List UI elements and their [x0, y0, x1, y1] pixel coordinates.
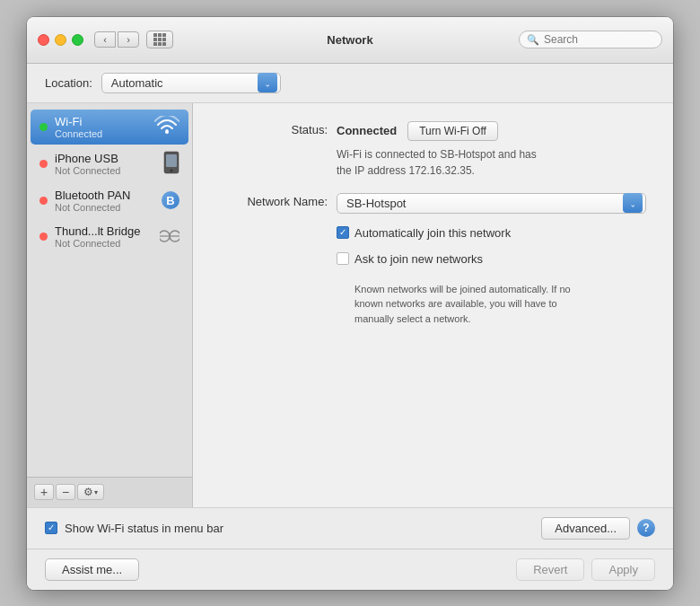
bluetooth-status: Not Connected [55, 202, 154, 213]
wifi-icon [154, 116, 179, 138]
sidebar-item-iphone[interactable]: iPhone USB Not Connected [31, 145, 188, 182]
assist-me-button[interactable]: Assist me... [45, 558, 139, 581]
svg-point-3 [171, 169, 173, 171]
advanced-button[interactable]: Advanced... [541, 517, 630, 540]
thunderbolt-info: Thund...lt Bridge Not Connected [55, 224, 153, 249]
iphone-info: iPhone USB Not Connected [55, 152, 156, 176]
auto-join-label: Automatically join this network [354, 226, 511, 240]
sidebar: Wi-Fi Connected [27, 103, 193, 507]
bottom-left: Show Wi-Fi status in menu bar [45, 522, 223, 535]
iphone-name: iPhone USB [55, 152, 156, 165]
checkboxes-row: Automatically join this network Ask to j… [337, 226, 646, 327]
turn-wifi-off-button[interactable]: Turn Wi-Fi Off [407, 121, 498, 141]
remove-network-button[interactable]: − [56, 484, 75, 500]
search-bar[interactable]: 🔍 [519, 31, 662, 48]
network-name-label: Network Name: [220, 193, 337, 208]
bottom-right: Advanced... ? [541, 517, 655, 540]
status-label: Status: [220, 121, 337, 136]
gear-icon: ⚙ [83, 486, 93, 498]
network-name-row: Network Name: SB-Hotspot Other... [220, 193, 646, 214]
network-name-select-wrapper: SB-Hotspot Other... [337, 193, 646, 214]
status-section: Connected Turn Wi-Fi Off [337, 121, 498, 141]
sidebar-item-thunderbolt[interactable]: Thund...lt Bridge Not Connected [31, 219, 188, 254]
search-icon: 🔍 [527, 34, 539, 46]
ask-join-row: Ask to join new networks [337, 252, 483, 266]
titlebar: ‹ › Network 🔍 [27, 17, 673, 64]
apply-button[interactable]: Apply [591, 558, 655, 581]
action-bar: Assist me... Revert Apply [27, 549, 673, 590]
location-bar: Location: Automatic Home Work Custom [27, 64, 673, 103]
sidebar-item-bluetooth[interactable]: Bluetooth PAN Not Connected B [31, 183, 188, 218]
wifi-name: Wi-Fi [55, 115, 147, 128]
status-value: Connected [337, 124, 397, 137]
bluetooth-info: Bluetooth PAN Not Connected [55, 189, 154, 213]
grid-icon [153, 33, 166, 46]
help-button[interactable]: ? [637, 519, 655, 537]
bluetooth-icon: B [162, 191, 179, 209]
checkbox-hint: Known networks will be joined automatica… [354, 282, 588, 327]
close-button[interactable] [38, 34, 49, 46]
iphone-status-dot [39, 160, 48, 168]
sidebar-toolbar: + − ⚙ ▾ [27, 477, 192, 507]
ask-join-checkbox[interactable] [337, 252, 349, 265]
phone-icon [163, 151, 179, 177]
description-row: Wi-Fi is connected to SB-Hotspot and has… [337, 146, 646, 179]
sidebar-item-wifi[interactable]: Wi-Fi Connected [31, 110, 188, 145]
wifi-info: Wi-Fi Connected [55, 115, 147, 139]
traffic-lights [38, 34, 83, 46]
gear-dropdown-arrow: ▾ [94, 488, 98, 496]
forward-button[interactable]: › [118, 31, 139, 48]
bluetooth-name: Bluetooth PAN [55, 189, 154, 202]
minimize-button[interactable] [55, 34, 66, 46]
back-button[interactable]: ‹ [94, 31, 116, 48]
iphone-status: Not Connected [55, 165, 156, 176]
location-label: Location: [45, 76, 92, 90]
network-name-select[interactable]: SB-Hotspot Other... [337, 193, 646, 214]
network-settings-button[interactable]: ⚙ ▾ [77, 484, 104, 500]
search-input[interactable] [544, 33, 654, 46]
wifi-status: Connected [55, 128, 147, 139]
auto-join-checkbox[interactable] [337, 226, 349, 239]
thunderbolt-status-dot [39, 233, 48, 241]
show-wifi-label: Show Wi-Fi status in menu bar [65, 522, 223, 535]
status-description: Wi-Fi is connected to SB-Hotspot and has… [337, 146, 552, 179]
svg-point-0 [165, 130, 169, 134]
grid-button[interactable] [146, 31, 173, 48]
status-row: Status: Connected Turn Wi-Fi Off [220, 121, 646, 141]
bt-icon-shape: B [162, 191, 179, 209]
revert-button[interactable]: Revert [516, 558, 584, 581]
location-select[interactable]: Automatic Home Work Custom [101, 73, 281, 93]
thunderbolt-status: Not Connected [55, 238, 153, 249]
add-network-button[interactable]: + [34, 484, 54, 500]
network-list: Wi-Fi Connected [27, 103, 192, 477]
bluetooth-status-dot [39, 197, 48, 205]
auto-join-row: Automatically join this network [337, 226, 511, 240]
svg-rect-2 [166, 154, 177, 167]
window-title: Network [327, 33, 372, 47]
location-select-wrapper: Automatic Home Work Custom [101, 73, 281, 93]
main-content: Wi-Fi Connected [27, 103, 673, 507]
detail-panel: Status: Connected Turn Wi-Fi Off Wi-Fi i… [193, 103, 673, 507]
show-wifi-checkbox[interactable] [45, 522, 57, 534]
network-window: ‹ › Network 🔍 Location: Automatic Home W… [27, 17, 673, 590]
maximize-button[interactable] [72, 34, 83, 46]
thunderbolt-name: Thund...lt Bridge [55, 224, 153, 238]
ask-join-label: Ask to join new networks [354, 252, 483, 266]
nav-buttons: ‹ › [94, 31, 139, 48]
thunderbolt-icon [160, 228, 179, 244]
bottom-bar: Show Wi-Fi status in menu bar Advanced..… [27, 507, 673, 549]
wifi-status-dot [39, 123, 48, 131]
